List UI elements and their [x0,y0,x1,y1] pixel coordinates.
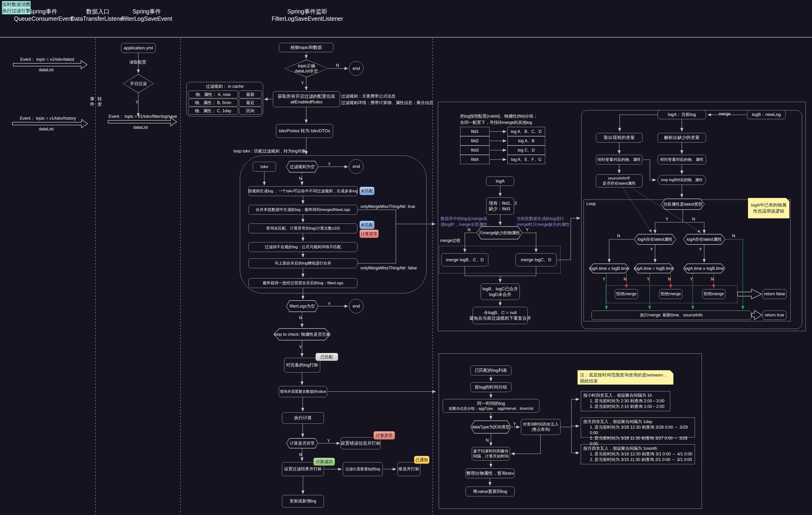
node-end-2[interactable]: end [349,159,364,174]
null-line1: 令logB、C = null [484,310,517,315]
fild4-logs-cell: log A、E、F、G [508,155,545,164]
read-config-label: 读取配置 [129,60,146,65]
node-time-eq[interactable]: logA.time = logB.time [634,264,674,273]
badge-calc-error-1[interactable]: 计算异常 [359,230,379,238]
null-line2: 避免在当前过滤规则下重复合并 [469,315,531,321]
event-save-label: Event： topic = v1/tskv/filter/log/save [109,114,177,119]
node-end-1[interactable]: end [349,61,364,76]
badge-notified[interactable]: 已通知 [414,456,429,464]
merge-process-label: merge过程 [440,238,460,243]
node-merge-bcd[interactable]: merge logB、C、D [441,253,488,266]
node-rules-empty-decision[interactable]: 过滤规则为空 [286,161,318,173]
node-reject-merge-3[interactable]: 拒绝merge [702,289,725,299]
rules-row3-right: 区间 [239,107,262,115]
time-le-no: N [624,277,627,282]
node-generate-logs[interactable]: 按规则生成log， 一个tskv可以命中不同过滤规则，生成多条log [249,186,357,196]
node-time-le[interactable]: logA.time ≤ logB.time [589,264,629,273]
node-tskv[interactable]: tskv [253,162,276,172]
node-do-merge[interactable]: 执行merge: 刷新time、sourceInfo [591,310,751,320]
node-null-bc[interactable]: 令logB、C = null 避免在当前过滤规则下重复合并 [473,307,528,324]
merge-attr-false-label: onlyMergeMissThingAttr: false [360,265,417,271]
a-latest-left-no: N [617,233,620,239]
node-calc-start-time[interactable]: 基于结束时间和聚合 间隔，计算开始时间 [472,447,510,460]
fild2-cell: fild2 [460,136,490,146]
rules-row1-right: 最新 [239,91,262,98]
enable-filter-text: 开启过滤 [130,81,147,86]
node-logA[interactable]: logA [486,177,514,186]
latest-logic-note[interactable]: logA中已有的物属 性也适用该逻辑 [748,198,789,218]
node-logA-fields[interactable]: 现有：fild1、2 缺少：fild3 [486,198,514,215]
node-merged-result[interactable]: logB、logC已合并 logD未合并 [481,283,520,300]
node-mark-complete[interactable]: 对完备的log打标 [284,358,320,372]
badge-unmatched-2[interactable]: 未匹配 [359,221,374,229]
node-a-has-latest-left[interactable]: logA存在latest属性 [634,234,676,245]
node-topic-ok-decision[interactable]: topic正确dataList非空 [284,60,328,77]
node-reject-merge-2[interactable]: 拒绝merge [659,289,682,299]
calc-start-line1: 基于结束时间和聚合 [473,449,509,454]
rules-row2-left: 物、属性： B, 5min [188,99,238,107]
node-logA-current[interactable]: logA：当前log [658,110,706,119]
rules-note-line2: 过滤规则详情：携带计算物、属性信息；聚合信息 [341,100,433,105]
node-round-query-time[interactable]: 对查询时间四舍五入 (整点查询) [521,419,560,435]
node-return-true[interactable]: return true [763,310,786,320]
node-update-value[interactable]: 将value更新到log [465,487,515,496]
topic-ok-line2: dataList非空 [295,68,318,74]
node-update-log[interactable]: 更新或新增log [282,495,324,508]
a-has-latest-right-text: logA存在latest属性 [687,237,722,242]
badge-calc-ok[interactable]: 计算成功 [314,458,335,466]
topic-no-label: N [336,63,339,68]
node-validate-topic[interactable]: 校验topic和数据 [279,43,334,52]
node-time-ge[interactable]: logA.time ≥ logB.time [683,264,725,273]
node-reject-merge-1[interactable]: 拒绝merge [615,289,638,299]
filterlogs-empty-text: filterLogs为空 [289,304,315,309]
is-latest-yes: Y [666,216,668,222]
node-is-latest-decision[interactable]: 当前属性是latest类型 [661,199,705,210]
node-loop-check[interactable]: loop to check: 物属性是否完备 [273,328,331,340]
legend-badge[interactable]: 实时数据消费 执行过滤引擎 [2,1,31,14]
node-push-mark[interactable]: 推送并打标 [397,462,420,476]
rules-row3-left: 物、属性： C, 1day [188,107,238,115]
node-only-miss-decision[interactable]: 只merge缺少的物属性 [476,226,523,239]
node-return-false[interactable]: return false [763,289,786,299]
node-application-yml[interactable]: application.yml [121,43,155,53]
node-sourceinfo-latest[interactable]: sourceInfo中 是否存在latest属性 [596,174,642,187]
node-filter-invalid[interactable]: 过滤掉不合规的log：公式与规则详情不匹配 [249,242,357,252]
between-note[interactable]: 注：底层按时间范围查询使用的是between，因此结束 时间就直接取临界值了，不… [578,370,673,385]
node-final-filterlogs[interactable]: 最终获得一批经过层层合并后的log：filterLogs [249,278,357,288]
node-convert-dtos[interactable]: tskvProtos 转为 tskvDTOs [276,124,333,138]
node-get-enabled-rules[interactable]: 获取所有开启过滤的配置信息 allEnabledRules [273,91,340,107]
node-filterlogs-empty-decision[interactable]: filterLogs为空 [286,300,318,312]
rules-empty-yes: Y [328,161,331,167]
badge-matched[interactable]: 已匹配 [316,353,338,361]
node-enable-filter-decision[interactable]: 开启过滤 [123,74,154,93]
node-query-unmatched[interactable]: 查询未匹配、计算异常的log(计算次数≤10) [249,223,357,233]
node-merge-cd[interactable]: merge logC、D [516,253,556,266]
badge-calc-error-2[interactable]: 计算异常 [374,431,395,440]
node-loop-logB-attrs[interactable]: loop logB对应的物、属性 [658,175,706,185]
node-a-has-latest-right[interactable]: logA存在latest属性 [683,234,725,245]
node-parse-missing[interactable]: 解析出缺少的变量 [658,133,706,143]
same-time-line1: 同一时间的log [477,401,505,406]
node-get-attr-right[interactable]: 得到变量对应的物、属性 [658,155,706,164]
node-matched-list[interactable]: 已匹配的log列表 [470,366,511,375]
node-end-3[interactable]: end [349,299,364,313]
node-calc-error-decision[interactable]: 计算是否异常 [286,438,318,448]
rules-note-line1: 过滤规则：主要携带公式信息 [341,94,396,99]
node-is-range-decision[interactable]: dataType为区间类型 [470,421,511,433]
node-group-by-time[interactable]: 按log的时间分组 [470,382,511,392]
node-logB-newlog[interactable]: logB：newLog [747,110,786,119]
node-query-agg-value[interactable]: 查询并设置聚合数据的value [279,386,327,397]
group-note-line1: 把log按照配置(ruleId)、物属性(fild)分组； [460,114,538,119]
node-get-attr-left[interactable]: 得到变量对应的物、属性 [596,155,642,164]
event-latest-label: Event： topic = v1/tskv/latest [20,57,74,62]
node-run-calc[interactable]: 执行计算 [282,412,324,424]
node-merge-again[interactable]: 与上面合并后的log继续进行合并 [249,259,357,268]
node-same-time-group[interactable]: 同一时间的log 按聚合信息分组：aggType、 aggInterval、ti… [443,399,539,413]
node-filter-notify[interactable]: 过滤出需要通知的log [343,462,383,476]
node-sort-attrs-query[interactable]: 整理出物属性，查询tskv [465,468,515,478]
node-take-vars[interactable]: 取出现有的变量 [596,133,642,143]
badge-unmatched-1[interactable]: 未匹配 [359,187,374,195]
filterlogs-yes: Y [328,301,331,307]
fild3-cell: fild3 [460,146,490,155]
node-merge-batch[interactable]: 合并本批数据中生成的log：最终得到mergedNewLogs [249,205,357,215]
